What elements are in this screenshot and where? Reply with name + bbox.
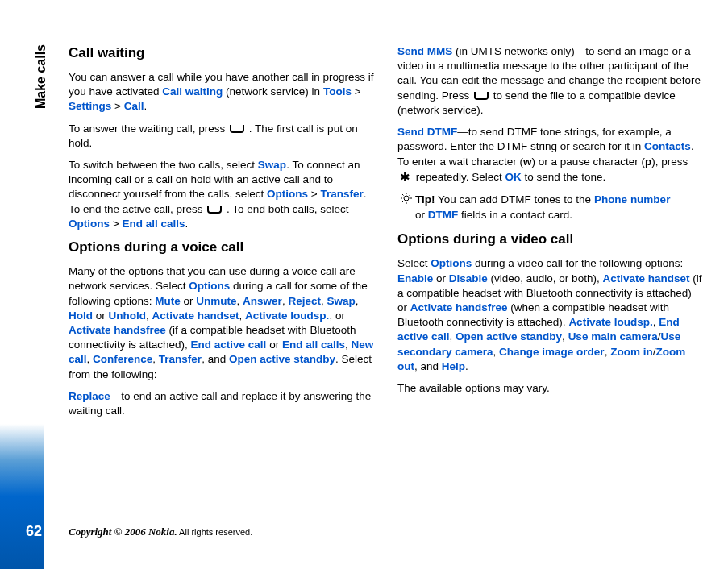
- link-swap[interactable]: Swap: [327, 295, 355, 307]
- link-open-active-standby[interactable]: Open active standby: [229, 353, 335, 365]
- link-send-mms[interactable]: Send MMS: [397, 45, 452, 57]
- text: , and: [202, 353, 229, 365]
- text: ,: [356, 295, 359, 307]
- text: or: [415, 209, 428, 221]
- footer-copyright: Copyright © 2006 Nokia. All rights reser…: [69, 525, 252, 539]
- link-zoom-in[interactable]: Zoom in: [610, 346, 653, 358]
- svg-line-8: [410, 194, 411, 196]
- section-label: Make calls: [32, 44, 50, 109]
- link-end-all-calls[interactable]: End all calls: [122, 218, 185, 230]
- link-contacts[interactable]: Contacts: [644, 140, 691, 152]
- link-settings[interactable]: Settings: [69, 100, 111, 112]
- svg-point-0: [404, 196, 409, 201]
- text: >: [110, 218, 122, 230]
- text: ,: [493, 346, 500, 358]
- text: .: [185, 218, 188, 230]
- paragraph: Send DTMF—to send DTMF tone strings, for…: [397, 125, 704, 185]
- link-help[interactable]: Help: [442, 360, 465, 372]
- link-options[interactable]: Options: [69, 218, 110, 230]
- link-unhold[interactable]: Unhold: [109, 309, 147, 322]
- link-answer[interactable]: Answer: [243, 295, 282, 307]
- text: (video, audio, or both),: [488, 272, 603, 284]
- text: ) or a pause character (: [532, 156, 645, 168]
- link-call[interactable]: Call: [124, 100, 144, 112]
- text: .: [465, 360, 468, 372]
- link-mute[interactable]: Mute: [155, 295, 181, 307]
- paragraph: Replace—to end an active call and replac…: [69, 389, 375, 418]
- column-left: Call waiting You can answer a call while…: [69, 44, 375, 426]
- link-change-image-order[interactable]: Change image order: [499, 346, 605, 358]
- link-activate-loudsp[interactable]: Activate loudsp.: [245, 309, 329, 322]
- text: repeatedly. Select: [413, 170, 505, 182]
- link-options[interactable]: Options: [431, 257, 472, 269]
- link-transfer[interactable]: Transfer: [159, 353, 202, 365]
- link-replace[interactable]: Replace: [69, 390, 110, 402]
- text: Select: [397, 257, 431, 269]
- link-conference[interactable]: Conference: [93, 353, 152, 365]
- link-tools[interactable]: Tools: [323, 85, 352, 98]
- link-activate-handsfree[interactable]: Activate handsfree: [69, 324, 166, 336]
- text: ,: [562, 330, 568, 343]
- star-key-icon: ✱: [400, 169, 410, 185]
- end-key-icon: [207, 206, 222, 214]
- link-activate-loudsp[interactable]: Activate loudsp.: [568, 316, 652, 328]
- link-activate-handset[interactable]: Activate handset: [152, 309, 239, 322]
- link-activate-handset[interactable]: Activate handset: [602, 272, 689, 284]
- tip-icon: [401, 193, 412, 208]
- text: ,: [239, 309, 246, 322]
- link-phone-number[interactable]: Phone number: [594, 193, 671, 206]
- link-disable[interactable]: Disable: [449, 272, 488, 284]
- link-ok[interactable]: OK: [505, 170, 522, 182]
- copyright-rest: All rights reserved.: [177, 527, 253, 537]
- tip-block: Tip! You can add DTMF tones to the Phone…: [397, 193, 704, 222]
- link-send-dtmf[interactable]: Send DTMF: [397, 126, 457, 138]
- text: To switch between the two calls, select: [69, 159, 258, 171]
- paragraph: You can answer a call while you have ano…: [69, 70, 375, 114]
- text: (network service) in: [223, 85, 323, 98]
- link-unmute[interactable]: Unmute: [196, 295, 236, 307]
- svg-line-5: [402, 194, 404, 196]
- link-activate-handsfree[interactable]: Activate handsfree: [410, 301, 508, 314]
- text: ,: [237, 295, 243, 307]
- link-end-all-calls[interactable]: End all calls: [282, 338, 345, 351]
- paragraph: Select Options during a video call for t…: [397, 256, 704, 374]
- text: ,: [450, 330, 456, 343]
- text: , or: [329, 309, 345, 322]
- link-options[interactable]: Options: [189, 280, 230, 292]
- tip-line2: or DTMF fields in a contact card.: [401, 208, 704, 222]
- link-dtmf[interactable]: DTMF: [428, 209, 459, 221]
- link-enable[interactable]: Enable: [397, 272, 433, 284]
- bold-w: w: [523, 156, 532, 168]
- text: ,: [152, 353, 159, 365]
- paragraph: To answer the waiting call, press . The …: [69, 122, 375, 151]
- paragraph: The available options may vary.: [397, 381, 704, 396]
- text: .: [144, 100, 147, 112]
- text: . To end both calls, select: [223, 203, 348, 215]
- content-columns: Call waiting You can answer a call while…: [69, 44, 704, 426]
- svg-line-7: [402, 201, 404, 203]
- text: >: [111, 100, 123, 112]
- svg-line-6: [410, 201, 411, 203]
- text: or: [433, 272, 449, 284]
- page-number: 62: [26, 521, 42, 541]
- link-hold[interactable]: Hold: [69, 309, 93, 322]
- link-call-waiting[interactable]: Call waiting: [162, 85, 223, 98]
- text: To answer the waiting call, press: [69, 123, 228, 135]
- link-use-main-camera[interactable]: Use main camera: [568, 330, 658, 343]
- copyright-strong: Copyright © 2006 Nokia.: [69, 525, 177, 538]
- paragraph: Many of the options that you can use dur…: [69, 264, 375, 382]
- sidebar-gradient: [0, 424, 44, 569]
- link-transfer[interactable]: Transfer: [321, 188, 364, 200]
- text: ,: [146, 309, 152, 322]
- text: , and: [414, 360, 442, 372]
- link-end-active-call[interactable]: End active call: [191, 338, 267, 351]
- text: >: [308, 188, 320, 200]
- link-open-active-standby[interactable]: Open active standby: [456, 330, 562, 343]
- text: during a video call for the following op…: [472, 257, 683, 269]
- heading-call-waiting: Call waiting: [69, 44, 375, 63]
- link-swap[interactable]: Swap: [258, 159, 286, 171]
- link-reject[interactable]: Reject: [288, 295, 321, 307]
- text: fields in a contact card.: [458, 209, 572, 221]
- link-options[interactable]: Options: [267, 188, 308, 200]
- text: or: [93, 309, 109, 322]
